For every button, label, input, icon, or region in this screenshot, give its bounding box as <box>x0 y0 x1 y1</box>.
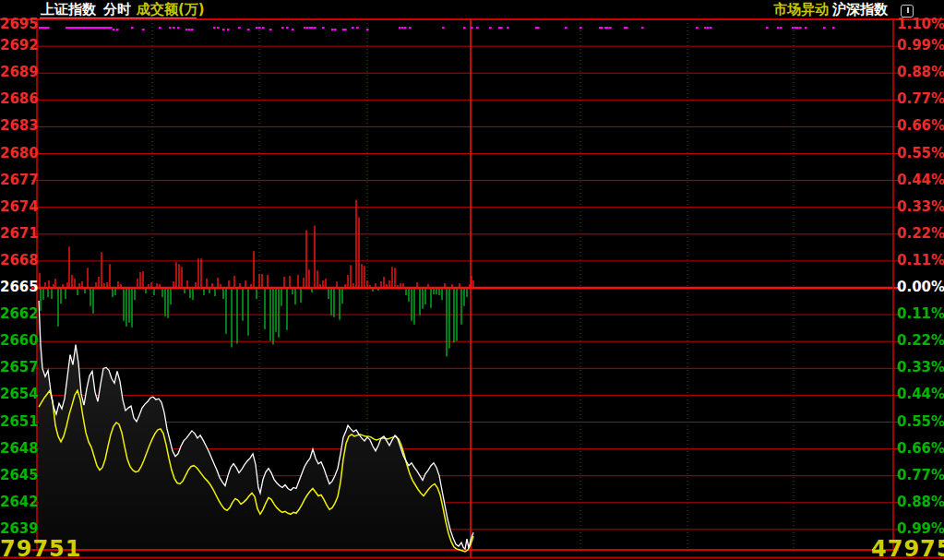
percent-tick-label: 1.10% <box>897 18 944 31</box>
percent-tick-label: 0.66% <box>897 119 944 133</box>
price-tick-label: 2665 <box>0 280 34 294</box>
price-tick-label: 2680 <box>0 147 34 161</box>
percent-tick-label: 0.22% <box>897 227 944 241</box>
price-tick-label: 2651 <box>0 415 34 429</box>
price-tick-label: 2692 <box>0 39 34 53</box>
percent-tick-label: 0.99% <box>897 522 944 536</box>
price-tick-label: 2662 <box>0 307 34 321</box>
price-tick-label: 2689 <box>0 66 34 79</box>
percent-tick-label: 0.99% <box>897 39 944 53</box>
price-tick-label: 2654 <box>0 387 34 401</box>
price-tick-label: 2671 <box>0 227 34 241</box>
price-tick-label: 2657 <box>0 361 34 375</box>
percent-tick-label: 0.77% <box>897 92 944 106</box>
title-underline <box>40 18 197 18</box>
intraday-chart-canvas[interactable] <box>0 0 944 560</box>
price-tick-label: 2677 <box>0 173 34 187</box>
percent-tick-label: 0.11% <box>897 307 944 321</box>
percent-tick-label: 0.88% <box>897 495 944 509</box>
price-tick-label: 2683 <box>0 119 34 133</box>
percent-tick-label: 0.33% <box>897 200 944 214</box>
intraday-chart-screen: 上证指数 分时 成交额(万) 市场异动 沪深指数 269526922689268… <box>0 0 944 560</box>
percent-tick-label: 0.44% <box>897 387 944 401</box>
price-tick-label: 2642 <box>0 495 34 509</box>
percent-tick-label: 0.55% <box>897 415 944 429</box>
price-tick-label: 2660 <box>0 334 34 348</box>
percent-tick-label: 0.11% <box>897 254 944 268</box>
price-tick-label: 2668 <box>0 254 34 268</box>
index-name-title[interactable]: 上证指数 <box>41 1 96 18</box>
price-tick-label: 2686 <box>0 92 34 106</box>
percent-tick-label: 0.00% <box>897 280 944 294</box>
index-switch-button[interactable]: 沪深指数 <box>832 1 888 18</box>
price-tick-label: 2639 <box>0 522 34 536</box>
price-tick-label: 2645 <box>0 469 34 483</box>
marker-dots <box>39 27 835 30</box>
tab-intraday[interactable]: 分时 <box>103 1 131 18</box>
percent-tick-label: 0.77% <box>897 469 944 483</box>
price-tick-label: 2648 <box>0 442 34 456</box>
volume-axis-label: 成交额(万) <box>137 1 205 18</box>
percent-tick-label: 0.88% <box>897 66 944 79</box>
percent-tick-label: 0.66% <box>897 442 944 456</box>
percent-tick-label: 0.22% <box>897 334 944 348</box>
market-alert-button[interactable]: 市场异动 <box>773 1 829 18</box>
bottom-right-volume-value: 479751 <box>871 538 944 560</box>
price-tick-label: 2695 <box>0 18 34 31</box>
bottom-left-volume-value: 79751 <box>0 538 82 560</box>
minute-change-bars <box>40 200 473 357</box>
price-area-fill <box>39 301 473 549</box>
percent-tick-label: 0.44% <box>897 173 944 187</box>
percent-tick-label: 0.55% <box>897 147 944 161</box>
price-tick-label: 2674 <box>0 200 34 214</box>
percent-tick-label: 0.33% <box>897 361 944 375</box>
